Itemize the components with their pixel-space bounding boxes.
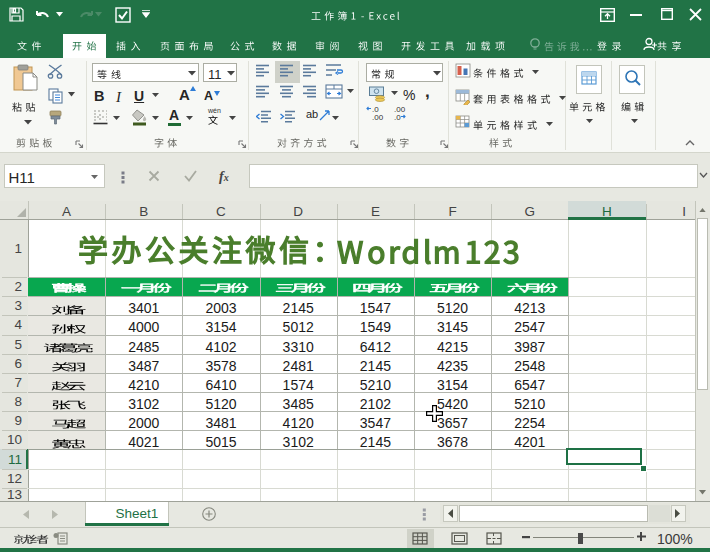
svg-text:.00: .00	[372, 113, 384, 121]
svg-text:.0: .0	[394, 113, 401, 121]
